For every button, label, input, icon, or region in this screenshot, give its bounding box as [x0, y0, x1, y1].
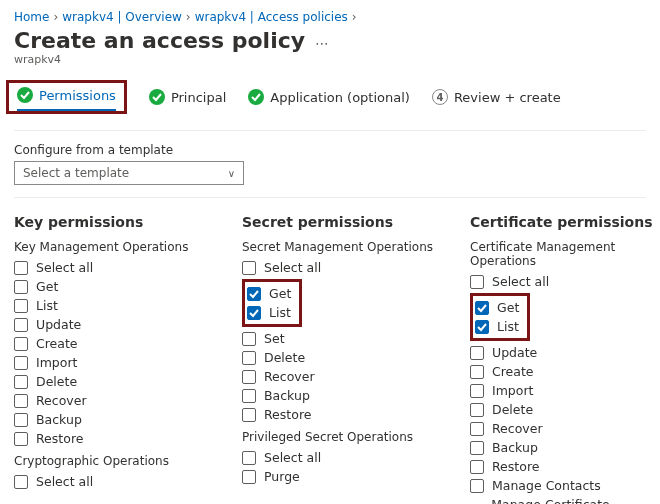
cert-select-all[interactable]: Select all — [470, 272, 660, 291]
cert-delete[interactable]: Delete — [470, 400, 660, 419]
checkbox-icon — [242, 370, 256, 384]
key-list[interactable]: List — [14, 296, 214, 315]
checkbox-icon — [242, 451, 256, 465]
checkbox-label: List — [36, 298, 58, 313]
highlight-permissions-tab: Permissions — [6, 80, 127, 114]
checkbox-label: Get — [36, 279, 58, 294]
checkbox-label: List — [269, 305, 291, 320]
secret-backup[interactable]: Backup — [242, 386, 442, 405]
cert-restore[interactable]: Restore — [470, 457, 660, 476]
checkbox-icon — [247, 287, 261, 301]
cert-mgmt-subhead: Certificate Management Operations — [470, 240, 660, 268]
checkbox-icon — [14, 280, 28, 294]
checkbox-label: Delete — [264, 350, 305, 365]
tab-principal[interactable]: Principal — [149, 89, 226, 105]
cert-update[interactable]: Update — [470, 343, 660, 362]
template-config: Configure from a template Select a templ… — [0, 139, 660, 191]
key-get[interactable]: Get — [14, 277, 214, 296]
checkbox-label: Restore — [264, 407, 311, 422]
secret-select-all[interactable]: Select all — [242, 258, 442, 277]
checkbox-icon — [470, 365, 484, 379]
secret-privileged-select-all[interactable]: Select all — [242, 448, 442, 467]
checkbox-icon — [470, 275, 484, 289]
checkbox-icon — [470, 441, 484, 455]
checkbox-label: Backup — [36, 412, 82, 427]
checkbox-icon — [470, 384, 484, 398]
checkbox-label: Manage Contacts — [492, 478, 601, 493]
divider — [14, 197, 646, 198]
checkbox-label: Update — [492, 345, 537, 360]
chevron-right-icon: › — [352, 10, 357, 24]
key-crypto-subhead: Cryptographic Operations — [14, 454, 214, 468]
checkbox-label: Create — [36, 336, 78, 351]
cert-import[interactable]: Import — [470, 381, 660, 400]
checkbox-icon — [14, 394, 28, 408]
checkbox-icon — [470, 346, 484, 360]
key-crypto-select-all[interactable]: Select all — [14, 472, 214, 491]
checkbox-icon — [242, 261, 256, 275]
secret-list[interactable]: List — [247, 303, 291, 322]
key-backup[interactable]: Backup — [14, 410, 214, 429]
secret-set[interactable]: Set — [242, 329, 442, 348]
checkbox-label: Purge — [264, 469, 300, 484]
checkbox-icon — [470, 422, 484, 436]
checkbox-icon — [470, 460, 484, 474]
key-select-all[interactable]: Select all — [14, 258, 214, 277]
cert-create[interactable]: Create — [470, 362, 660, 381]
secret-restore[interactable]: Restore — [242, 405, 442, 424]
cert-manage-contacts[interactable]: Manage Contacts — [470, 476, 660, 495]
breadcrumb-kv-overview[interactable]: wrapkv4 | Overview — [62, 10, 182, 24]
check-icon — [17, 87, 33, 103]
secret-get[interactable]: Get — [247, 284, 291, 303]
checkbox-icon — [242, 389, 256, 403]
divider — [14, 130, 646, 131]
breadcrumb: Home › wrapkv4 | Overview › wrapkv4 | Ac… — [0, 0, 660, 24]
tab-review-create[interactable]: 4 Review + create — [432, 89, 561, 105]
cert-manage-ca[interactable]: Manage Certificate Authorities — [470, 495, 660, 504]
checkbox-label: Restore — [36, 431, 83, 446]
secret-recover[interactable]: Recover — [242, 367, 442, 386]
checkbox-label: Recover — [492, 421, 543, 436]
cert-get[interactable]: Get — [475, 298, 519, 317]
tab-label: Application (optional) — [270, 90, 410, 105]
checkbox-label: Backup — [264, 388, 310, 403]
checkbox-icon — [247, 306, 261, 320]
checkbox-label: Get — [269, 286, 291, 301]
checkbox-label: Manage Certificate Authorities — [491, 497, 660, 504]
breadcrumb-home[interactable]: Home — [14, 10, 49, 24]
key-recover[interactable]: Recover — [14, 391, 214, 410]
template-select[interactable]: Select a template ∨ — [14, 161, 244, 185]
template-label: Configure from a template — [14, 143, 646, 157]
tab-application[interactable]: Application (optional) — [248, 89, 410, 105]
checkbox-icon — [14, 299, 28, 313]
checkbox-icon — [242, 408, 256, 422]
checkbox-icon — [14, 432, 28, 446]
chevron-down-icon: ∨ — [228, 168, 235, 179]
key-delete[interactable]: Delete — [14, 372, 214, 391]
key-restore[interactable]: Restore — [14, 429, 214, 448]
key-permissions-heading: Key permissions — [14, 214, 214, 230]
cert-list[interactable]: List — [475, 317, 519, 336]
check-icon — [248, 89, 264, 105]
highlight-secret-get-list: Get List — [242, 279, 302, 327]
checkbox-label: Select all — [264, 260, 321, 275]
key-create[interactable]: Create — [14, 334, 214, 353]
checkbox-label: Recover — [36, 393, 87, 408]
breadcrumb-access-policies[interactable]: wrapkv4 | Access policies — [195, 10, 348, 24]
more-icon[interactable]: ⋯ — [315, 35, 329, 51]
check-icon — [149, 89, 165, 105]
checkbox-icon — [14, 356, 28, 370]
key-update[interactable]: Update — [14, 315, 214, 334]
tab-permissions[interactable]: Permissions — [17, 87, 116, 111]
secret-purge[interactable]: Purge — [242, 467, 442, 486]
checkbox-label: Delete — [36, 374, 77, 389]
checkbox-icon — [14, 475, 28, 489]
checkbox-label: Select all — [492, 274, 549, 289]
cert-recover[interactable]: Recover — [470, 419, 660, 438]
chevron-right-icon: › — [53, 10, 58, 24]
key-import[interactable]: Import — [14, 353, 214, 372]
checkbox-label: Set — [264, 331, 285, 346]
cert-backup[interactable]: Backup — [470, 438, 660, 457]
checkbox-label: Import — [492, 383, 534, 398]
secret-delete[interactable]: Delete — [242, 348, 442, 367]
